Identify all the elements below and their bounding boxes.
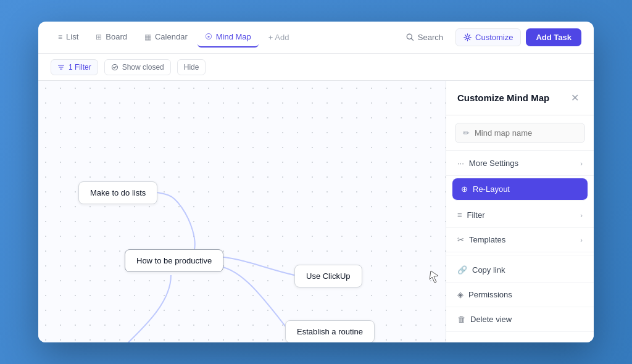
chevron-right-icon: › xyxy=(580,212,583,219)
hide-button[interactable]: Hide xyxy=(177,59,206,75)
calendar-icon: ▦ xyxy=(144,33,151,41)
permissions-icon: ◈ xyxy=(457,290,464,299)
list-icon: ≡ xyxy=(58,33,62,41)
tab-board[interactable]: ⊞ Board xyxy=(88,27,135,48)
filter-icon xyxy=(57,64,65,71)
mind-map-name-input-wrap[interactable]: ✏ xyxy=(455,123,585,143)
add-view-button[interactable]: + Add xyxy=(261,28,297,47)
node-how-to-be-productive[interactable]: How to be productive xyxy=(125,249,223,272)
connector-lines xyxy=(38,81,446,342)
panel-header: Customize Mind Map ✕ xyxy=(446,81,594,115)
search-button[interactable]: Search xyxy=(399,29,451,46)
menu-item-filter[interactable]: ≡ Filter › xyxy=(446,203,594,228)
more-settings-icon: ··· xyxy=(457,159,464,168)
mind-map-canvas[interactable]: Make to do lists How to be productive Us… xyxy=(38,81,446,342)
menu-item-more-settings[interactable]: ··· More Settings › xyxy=(446,151,594,176)
close-panel-button[interactable]: ✕ xyxy=(567,91,583,105)
mind-map-name-input[interactable] xyxy=(475,128,578,138)
re-layout-icon: ⊕ xyxy=(461,184,468,194)
templates-icon: ✂ xyxy=(457,235,464,244)
node-make-to-do-lists[interactable]: Make to do lists xyxy=(78,181,157,204)
customize-icon xyxy=(464,33,472,41)
chevron-right-icon: › xyxy=(580,236,583,244)
top-nav: ≡ List ⊞ Board ▦ Calendar ⦿ Mind Map + A… xyxy=(38,22,594,54)
board-icon: ⊞ xyxy=(96,33,102,41)
menu-item-delete-view[interactable]: 🗑 Delete view xyxy=(446,307,594,332)
nav-actions: Search Customize Add Task xyxy=(399,28,581,46)
toolbar: 1 Filter Show closed Hide xyxy=(38,54,594,81)
customize-button[interactable]: Customize xyxy=(455,28,521,46)
right-panel: Customize Mind Map ✕ ✏ ··· More Settings… xyxy=(446,81,594,342)
add-task-button[interactable]: Add Task xyxy=(526,28,581,46)
node-use-clickup[interactable]: Use ClickUp xyxy=(294,265,362,287)
nav-tabs: ≡ List ⊞ Board ▦ Calendar ⦿ Mind Map + A… xyxy=(51,27,399,48)
tab-list[interactable]: ≡ List xyxy=(51,27,86,48)
chevron-right-icon: › xyxy=(580,160,583,167)
node-establish-routine[interactable]: Establish a routine xyxy=(285,320,375,342)
mindmap-icon: ⦿ xyxy=(205,33,212,41)
menu-item-permissions[interactable]: ◈ Permissions xyxy=(446,283,594,307)
panel-title: Customize Mind Map xyxy=(457,93,549,103)
show-closed-icon xyxy=(111,64,118,71)
menu-item-copy-link[interactable]: 🔗 Copy link xyxy=(446,258,594,283)
panel-input-section: ✏ xyxy=(446,115,594,151)
cursor-icon xyxy=(428,270,441,284)
show-closed-button[interactable]: Show closed xyxy=(104,59,171,75)
tab-calendar[interactable]: ▦ Calendar xyxy=(137,27,195,48)
filter-button[interactable]: 1 Filter xyxy=(51,59,98,75)
tab-mindmap[interactable]: ⦿ Mind Map xyxy=(198,27,259,48)
search-icon xyxy=(406,33,414,41)
app-container: ≡ List ⊞ Board ▦ Calendar ⦿ Mind Map + A… xyxy=(38,22,594,342)
menu-item-re-layout[interactable]: ⊕ Re-Layout xyxy=(452,178,588,201)
separator xyxy=(446,255,594,255)
main-area: Make to do lists How to be productive Us… xyxy=(38,81,594,342)
menu-item-templates[interactable]: ✂ Templates › xyxy=(446,228,594,252)
delete-icon: 🗑 xyxy=(457,315,465,324)
copy-link-icon: 🔗 xyxy=(457,265,467,275)
svg-point-1 xyxy=(466,36,469,39)
pencil-icon: ✏ xyxy=(463,128,470,138)
filter-panel-icon: ≡ xyxy=(457,210,462,220)
